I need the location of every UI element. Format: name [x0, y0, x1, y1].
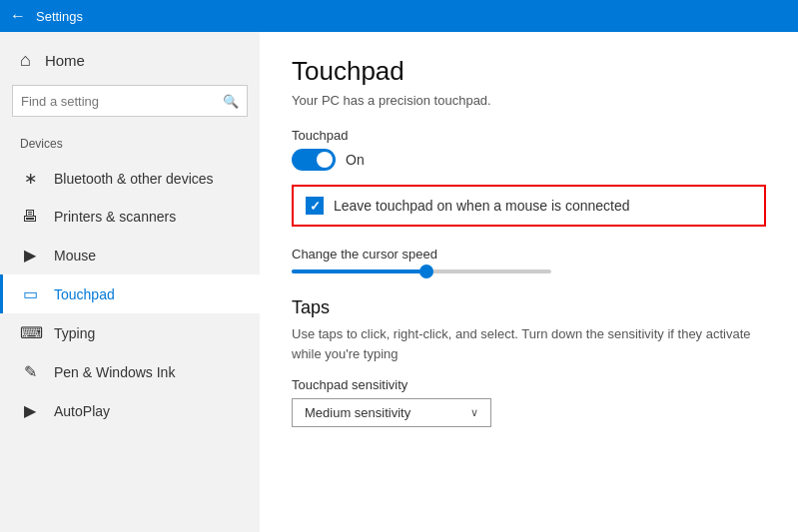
touchpad-section-label: Touchpad — [292, 128, 766, 143]
sidebar-item-mouse[interactable]: ▶ Mouse — [0, 236, 260, 274]
cursor-speed-section: Change the cursor speed — [292, 247, 766, 273]
leave-touchpad-label: Leave touchpad on when a mouse is connec… — [334, 198, 630, 214]
search-box[interactable]: 🔍 — [12, 85, 248, 117]
back-button[interactable]: ← — [10, 7, 26, 25]
cursor-speed-slider[interactable] — [292, 269, 551, 273]
page-subtitle: Your PC has a precision touchpad. — [292, 93, 766, 108]
sidebar-item-label: Pen & Windows Ink — [54, 364, 175, 380]
mouse-icon: ▶ — [20, 246, 40, 265]
sidebar-section-label: Devices — [0, 133, 260, 159]
home-label: Home — [45, 52, 85, 69]
checkmark-icon: ✓ — [310, 200, 321, 213]
sidebar-item-label: Bluetooth & other devices — [54, 171, 214, 187]
sidebar-item-bluetooth[interactable]: ∗ Bluetooth & other devices — [0, 159, 260, 198]
sidebar: ⌂ Home 🔍 Devices ∗ Bluetooth & other dev… — [0, 32, 260, 532]
sidebar-item-autoplay[interactable]: ▶ AutoPlay — [0, 391, 260, 430]
sidebar-item-home[interactable]: ⌂ Home — [0, 32, 260, 85]
sidebar-item-label: Typing — [54, 325, 95, 341]
sensitivity-value: Medium sensitivity — [305, 405, 410, 420]
toggle-knob — [317, 152, 333, 168]
typing-icon: ⌨ — [20, 323, 40, 342]
sidebar-item-label: Touchpad — [54, 286, 115, 302]
touchpad-toggle-row: On — [292, 149, 766, 171]
sidebar-item-label: AutoPlay — [54, 403, 110, 419]
sidebar-item-label: Printers & scanners — [54, 209, 176, 225]
sensitivity-label: Touchpad sensitivity — [292, 377, 766, 392]
sidebar-item-touchpad[interactable]: ▭ Touchpad — [0, 274, 260, 313]
sidebar-item-label: Mouse — [54, 248, 96, 264]
leave-touchpad-checkbox[interactable]: ✓ — [306, 197, 324, 215]
sidebar-item-pen[interactable]: ✎ Pen & Windows Ink — [0, 352, 260, 391]
printer-icon: 🖶 — [20, 208, 40, 226]
taps-description: Use taps to click, right-click, and sele… — [292, 324, 766, 363]
leave-touchpad-checkbox-row[interactable]: ✓ Leave touchpad on when a mouse is conn… — [292, 185, 766, 227]
search-icon: 🔍 — [223, 94, 239, 109]
chevron-down-icon: ∨ — [470, 406, 478, 419]
sidebar-item-typing[interactable]: ⌨ Typing — [0, 313, 260, 352]
toggle-label: On — [346, 152, 365, 168]
content-area: Touchpad Your PC has a precision touchpa… — [260, 32, 798, 532]
home-icon: ⌂ — [20, 50, 31, 71]
pen-icon: ✎ — [20, 362, 40, 381]
taps-title: Taps — [292, 297, 766, 318]
touchpad-toggle[interactable] — [292, 149, 336, 171]
slider-fill — [292, 269, 426, 273]
search-input[interactable] — [21, 94, 223, 109]
slider-label: Change the cursor speed — [292, 247, 766, 262]
sidebar-item-printers[interactable]: 🖶 Printers & scanners — [0, 198, 260, 236]
window-title: Settings — [36, 9, 83, 24]
touchpad-icon: ▭ — [20, 284, 40, 303]
autoplay-icon: ▶ — [20, 401, 40, 420]
title-bar: ← Settings — [0, 0, 798, 32]
page-title: Touchpad — [292, 56, 766, 87]
slider-thumb[interactable] — [419, 265, 433, 278]
bluetooth-icon: ∗ — [20, 169, 40, 188]
main-layout: ⌂ Home 🔍 Devices ∗ Bluetooth & other dev… — [0, 32, 798, 532]
sensitivity-dropdown[interactable]: Medium sensitivity ∨ — [292, 398, 491, 427]
